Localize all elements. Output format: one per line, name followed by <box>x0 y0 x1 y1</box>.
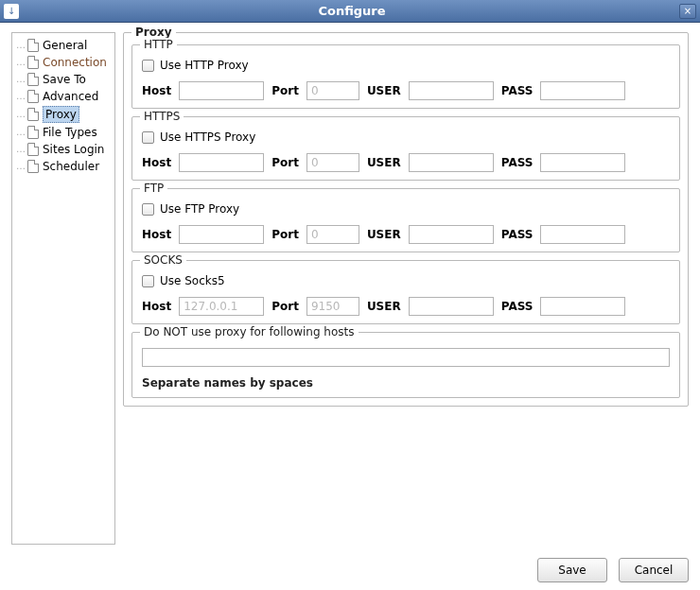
http-legend: HTTP <box>140 38 177 51</box>
tree-connector-icon: … <box>16 72 26 87</box>
noproxy-legend: Do NOT use proxy for following hosts <box>140 325 359 338</box>
http-pass-label: PASS <box>501 84 534 97</box>
sidebar-item-label: Connection <box>43 55 107 70</box>
http-host-label: Host <box>142 84 171 97</box>
file-icon <box>27 108 39 121</box>
https-host-label: Host <box>142 156 171 169</box>
https-pass-input[interactable] <box>540 153 625 172</box>
ftp-pass-label: PASS <box>501 228 534 241</box>
file-icon <box>27 39 39 52</box>
sidebar-item-scheduler[interactable]: …Scheduler <box>14 158 113 175</box>
dialog-buttons: Save Cancel <box>11 545 689 582</box>
http-port-label: Port <box>271 84 299 97</box>
noproxy-input[interactable] <box>142 348 670 367</box>
sidebar-item-file-types[interactable]: …File Types <box>14 124 113 141</box>
http-user-input[interactable] <box>409 81 494 100</box>
sidebar-item-connection[interactable]: …Connection <box>14 54 113 71</box>
tree-connector-icon: … <box>16 107 26 122</box>
noproxy-hint: Separate names by spaces <box>142 376 670 390</box>
noproxy-group: Do NOT use proxy for following hosts Sep… <box>131 332 680 398</box>
sidebar-item-save-to[interactable]: …Save To <box>14 71 113 88</box>
titlebar: ↓ Configure × <box>0 0 700 23</box>
file-icon <box>27 56 39 69</box>
socks-user-label: USER <box>367 300 401 313</box>
https-user-input[interactable] <box>409 153 494 172</box>
ftp-host-input[interactable] <box>179 225 264 244</box>
proxy-panel: Proxy HTTP Use HTTP Proxy Host Port USER <box>123 32 689 407</box>
file-icon <box>27 73 39 86</box>
use-socks5-checkbox[interactable] <box>142 275 154 287</box>
socks-user-input[interactable] <box>409 297 494 316</box>
use-https-proxy-label: Use HTTPS Proxy <box>160 130 255 144</box>
https-group: HTTPS Use HTTPS Proxy Host Port USER PAS… <box>131 116 680 181</box>
sidebar-item-proxy[interactable]: …Proxy <box>14 105 113 124</box>
socks-pass-label: PASS <box>501 300 534 313</box>
http-pass-input[interactable] <box>540 81 625 100</box>
https-host-input[interactable] <box>179 153 264 172</box>
tree-connector-icon: … <box>16 142 26 157</box>
file-icon <box>27 126 39 139</box>
ftp-legend: FTP <box>140 182 167 195</box>
sidebar-item-label: Save To <box>43 72 86 87</box>
socks-group: SOCKS Use Socks5 Host Port USER PASS <box>131 260 680 324</box>
ftp-user-input[interactable] <box>409 225 494 244</box>
file-icon <box>27 160 39 173</box>
https-port-label: Port <box>271 156 299 169</box>
ftp-group: FTP Use FTP Proxy Host Port USER PASS <box>131 188 680 252</box>
sidebar-item-label: General <box>43 38 87 53</box>
sidebar-item-label: File Types <box>43 125 97 140</box>
ftp-port-input[interactable] <box>306 225 359 244</box>
sidebar: …General…Connection…Save To…Advanced…Pro… <box>11 32 115 545</box>
socks-port-input[interactable] <box>306 297 359 316</box>
sidebar-item-general[interactable]: …General <box>14 37 113 54</box>
socks-host-input[interactable] <box>179 297 264 316</box>
close-button[interactable]: × <box>679 4 696 19</box>
use-ftp-proxy-label: Use FTP Proxy <box>160 202 239 216</box>
app-icon: ↓ <box>4 4 19 19</box>
sidebar-item-label: Proxy <box>43 106 79 123</box>
file-icon <box>27 143 39 156</box>
tree-connector-icon: … <box>16 38 26 53</box>
tree-connector-icon: … <box>16 125 26 140</box>
tree-connector-icon: … <box>16 159 26 174</box>
use-socks5-label: Use Socks5 <box>160 274 225 287</box>
cancel-button[interactable]: Cancel <box>619 558 689 582</box>
socks-pass-input[interactable] <box>540 297 625 316</box>
sidebar-item-label: Sites Login <box>43 142 104 157</box>
ftp-host-label: Host <box>142 228 171 241</box>
use-https-proxy-checkbox[interactable] <box>142 131 154 144</box>
tree-connector-icon: … <box>16 89 26 104</box>
http-port-input[interactable] <box>306 81 359 100</box>
use-http-proxy-checkbox[interactable] <box>142 60 154 72</box>
socks-port-label: Port <box>271 300 299 313</box>
ftp-pass-input[interactable] <box>540 225 625 244</box>
http-user-label: USER <box>367 84 401 97</box>
http-host-input[interactable] <box>179 81 264 100</box>
use-ftp-proxy-checkbox[interactable] <box>142 203 154 216</box>
sidebar-item-label: Scheduler <box>43 159 99 174</box>
https-port-input[interactable] <box>306 153 359 172</box>
sidebar-item-label: Advanced <box>43 89 98 104</box>
tree-connector-icon: … <box>16 55 26 70</box>
save-button[interactable]: Save <box>537 558 607 582</box>
ftp-user-label: USER <box>367 228 401 241</box>
https-user-label: USER <box>367 156 401 169</box>
file-icon <box>27 90 39 103</box>
sidebar-item-sites-login[interactable]: …Sites Login <box>14 141 113 158</box>
https-legend: HTTPS <box>140 110 184 123</box>
http-group: HTTP Use HTTP Proxy Host Port USER PASS <box>131 44 680 109</box>
socks-host-label: Host <box>142 300 171 313</box>
panel-title: Proxy <box>131 26 176 39</box>
ftp-port-label: Port <box>271 228 299 241</box>
window-title: Configure <box>25 4 679 18</box>
sidebar-item-advanced[interactable]: …Advanced <box>14 88 113 105</box>
use-http-proxy-label: Use HTTP Proxy <box>160 59 249 72</box>
socks-legend: SOCKS <box>140 253 186 267</box>
https-pass-label: PASS <box>501 156 534 169</box>
